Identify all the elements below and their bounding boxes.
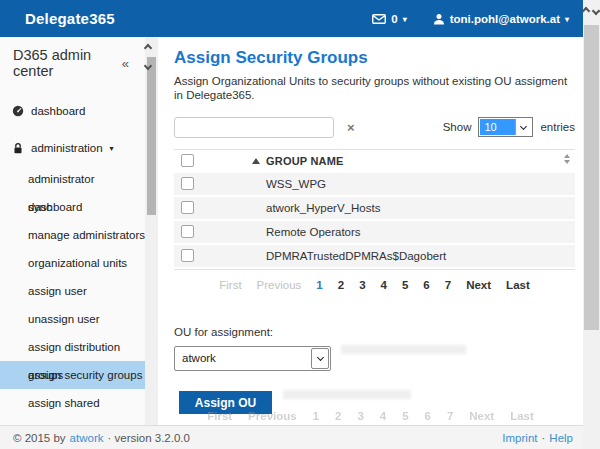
ou-select[interactable]: atwork	[174, 346, 331, 371]
sidebar-collapse-button[interactable]: «	[122, 56, 129, 71]
pagination-page-5[interactable]: 5	[402, 279, 408, 291]
column-header-group-name[interactable]: GROUP NAME	[266, 150, 344, 172]
page-description: Assign Organizational Units to security …	[174, 74, 575, 102]
pagination-next[interactable]: Next	[466, 279, 491, 291]
sidebar-header: D365 admin center «	[0, 37, 145, 79]
ou-assignment-label: OU for assignment:	[174, 326, 575, 338]
brand-delegate365[interactable]: Delegate365	[25, 10, 115, 27]
row-checkbox[interactable]	[181, 225, 194, 238]
sort-ascending-icon[interactable]	[252, 158, 260, 164]
sidebar-item-label: dashboard	[31, 105, 85, 117]
entries-label: entries	[540, 121, 575, 133]
select-all-checkbox[interactable]	[181, 154, 194, 167]
page-size-select[interactable]: 10	[478, 117, 533, 137]
sidebar-item-unassign-user[interactable]: unassign user	[0, 305, 145, 333]
pagination-page-7[interactable]: 7	[445, 279, 451, 291]
pagination-page-3[interactable]: 3	[359, 279, 365, 291]
pagination-previous: Previous	[257, 279, 302, 291]
table-header-row: GROUP NAME	[174, 149, 575, 171]
page-scrollbar	[583, 0, 600, 449]
row-checkbox[interactable]	[181, 249, 194, 262]
user-email: toni.pohl@atwork.at	[450, 13, 560, 25]
scroll-down-arrow-icon[interactable]	[592, 7, 600, 15]
security-groups-table: GROUP NAME WSS_WPG atwork_HyperV_Hosts R…	[174, 149, 575, 270]
imprint-link[interactable]: Imprint	[502, 432, 537, 444]
version-text: · version 3.2.0.0	[107, 432, 189, 444]
page-title: Assign Security Groups	[174, 48, 575, 68]
sidebar-item-organizational-units[interactable]: organizational units	[0, 249, 145, 277]
table-row: Remote Operators	[174, 221, 575, 243]
sidebar-item-assign-user[interactable]: assign user	[0, 277, 145, 305]
sidebar: D365 admin center « dashboard administra…	[0, 37, 145, 425]
page-scrollbar-thumb[interactable]	[584, 25, 599, 330]
group-name-cell: DPMRATrustedDPMRAs$Dagobert	[266, 245, 446, 267]
pagination-page-1[interactable]: 1	[316, 279, 322, 291]
sidebar-item-manage-administrators[interactable]: manage administrators	[0, 221, 145, 249]
lock-icon	[12, 142, 24, 155]
ou-selected-value: atwork	[175, 347, 310, 370]
pagination: First Previous 1 2 3 4 5 6 7 Next Last	[174, 279, 575, 291]
page-size-value: 10	[480, 119, 515, 135]
user-menu[interactable]: toni.pohl@atwork.at ▾	[433, 13, 569, 25]
ghost-pagination-artifact: First Previous 1 2 3 4 5 6 7 Next Last	[158, 410, 583, 422]
pagination-page-4[interactable]: 4	[381, 279, 387, 291]
messages-count: 0	[391, 13, 397, 25]
content-layout: D365 admin center « dashboard administra…	[0, 37, 583, 425]
sidebar-title: D365 admin center	[13, 47, 122, 79]
footer: © 2015 by atwork · version 3.2.0.0 Impri…	[0, 425, 583, 449]
page-length-control: Show 10 entries	[443, 117, 575, 137]
caret-down-icon: ▾	[565, 16, 569, 24]
show-label: Show	[443, 121, 472, 133]
messages-dropdown[interactable]: 0 ▾	[372, 13, 406, 25]
sidebar-item-assign-shared-mailboxes[interactable]: assign shared mailboxes	[0, 389, 145, 417]
row-checkbox[interactable]	[181, 201, 194, 214]
copyright-text: © 2015 by	[13, 432, 66, 444]
pagination-last[interactable]: Last	[506, 279, 530, 291]
pagination-page-2[interactable]: 2	[338, 279, 344, 291]
sidebar-item-label: administration	[31, 142, 103, 154]
atwork-link[interactable]: atwork	[70, 432, 104, 444]
user-icon	[433, 13, 445, 25]
help-link[interactable]: Help	[549, 432, 573, 444]
pagination-first: First	[219, 279, 241, 291]
sidebar-item-assign-distribution-groups[interactable]: assign distribution groups	[0, 333, 145, 361]
sort-toggle-icon[interactable]	[564, 154, 570, 164]
administration-submenu: administrator dashboard sync manage admi…	[0, 165, 145, 445]
table-row: WSS_WPG	[174, 173, 575, 195]
group-name-cell: atwork_HyperV_Hosts	[266, 197, 380, 219]
pagination-page-6[interactable]: 6	[423, 279, 429, 291]
dashboard-icon	[12, 105, 24, 117]
ghost-text-artifact	[283, 390, 411, 399]
row-checkbox[interactable]	[181, 177, 194, 190]
search-input[interactable]	[174, 117, 334, 138]
main-content: Assign Security Groups Assign Organizati…	[158, 37, 583, 425]
ghost-text-artifact	[341, 345, 466, 354]
group-name-cell: WSS_WPG	[266, 173, 326, 195]
top-navbar: Delegate365 0 ▾ toni.pohl@atwork.at ▾	[0, 0, 583, 37]
sidebar-scrollbar-thumb[interactable]	[147, 57, 156, 215]
table-row: atwork_HyperV_Hosts	[174, 197, 575, 219]
sidebar-item-administration[interactable]: administration ▾	[0, 138, 145, 158]
delegate365-app-window: Delegate365 0 ▾ toni.pohl@atwork.at ▾ D	[0, 0, 600, 449]
table-row: DPMRATrustedDPMRAs$Dagobert	[174, 245, 575, 267]
sidebar-item-administrator-dashboard[interactable]: administrator dashboard	[0, 165, 145, 193]
table-toolbar: × Show 10 entries	[174, 116, 575, 138]
footer-copyright: © 2015 by atwork · version 3.2.0.0	[13, 432, 190, 444]
select-arrow-icon	[515, 119, 531, 135]
scroll-up-arrow-icon[interactable]	[144, 44, 152, 52]
sidebar-item-dashboard[interactable]: dashboard	[0, 101, 145, 121]
caret-down-icon: ▾	[403, 16, 407, 24]
footer-links: Imprint · Help	[502, 432, 573, 444]
sidebar-item-assign-security-groups[interactable]: assign security groups	[0, 361, 145, 389]
envelope-icon	[372, 14, 386, 24]
group-name-cell: Remote Operators	[266, 221, 361, 243]
caret-down-icon: ▾	[110, 145, 114, 153]
clear-search-icon[interactable]: ×	[347, 120, 355, 135]
table-bottom-border	[174, 269, 575, 270]
footer-link-separator: ·	[542, 432, 546, 444]
navbar-right-group: 0 ▾ toni.pohl@atwork.at ▾	[372, 13, 569, 25]
sidebar-scrollbar	[145, 37, 158, 425]
select-arrow-icon	[311, 348, 329, 369]
scroll-up-arrow-icon[interactable]	[582, 7, 590, 15]
